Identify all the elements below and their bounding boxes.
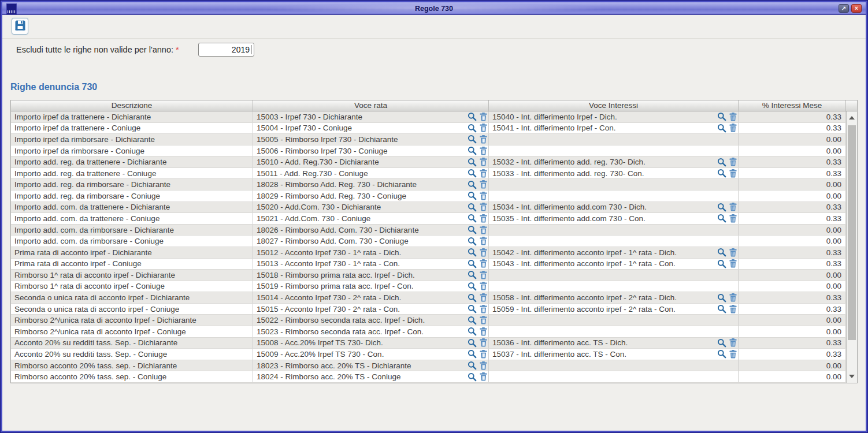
trash-icon[interactable]	[729, 113, 737, 121]
cell-perc-interessi: 0.33	[739, 111, 846, 122]
cell-descrizione: Importo add. reg. da trattenere - Dichia…	[11, 156, 253, 167]
trash-icon[interactable]	[480, 214, 487, 223]
search-icon[interactable]	[468, 259, 477, 268]
cell-text: 15058 - Int. differimento acconto irpef …	[492, 293, 717, 302]
save-button[interactable]	[12, 18, 28, 35]
trash-icon[interactable]	[480, 158, 487, 166]
search-icon[interactable]	[468, 372, 477, 382]
search-icon[interactable]	[468, 282, 477, 291]
table-row: Importo irpef da rimborsare - Coniuge 15…	[11, 145, 846, 157]
search-icon[interactable]	[468, 270, 477, 279]
search-icon[interactable]	[468, 304, 477, 313]
search-icon[interactable]	[717, 214, 726, 223]
trash-icon[interactable]	[480, 282, 487, 290]
trash-icon[interactable]	[480, 338, 487, 347]
search-icon[interactable]	[468, 191, 477, 200]
table-row: Importo irpef da rimborsare - Dichiarant…	[11, 134, 846, 145]
trash-icon[interactable]	[480, 361, 487, 370]
search-icon[interactable]	[468, 248, 477, 257]
trash-icon[interactable]	[480, 169, 487, 178]
trash-icon[interactable]	[480, 271, 487, 279]
trash-icon[interactable]	[480, 237, 487, 245]
search-icon[interactable]	[717, 349, 726, 359]
trash-icon[interactable]	[729, 124, 737, 132]
table-row: Rimborso 1^ rata di acconto irpef - Coni…	[11, 281, 846, 293]
trash-icon[interactable]	[480, 226, 487, 234]
cell-voce-interessi	[489, 134, 739, 145]
column-header-descrizione: Descrizione	[11, 100, 253, 111]
trash-icon[interactable]	[480, 124, 487, 132]
year-input[interactable]	[198, 43, 254, 57]
search-icon[interactable]	[717, 248, 726, 257]
search-icon[interactable]	[468, 327, 477, 336]
cell-voce-interessi	[489, 315, 739, 326]
search-icon[interactable]	[468, 146, 477, 155]
title-bar[interactable]: Regole 730 ↗ ×	[2, 2, 866, 15]
trash-icon[interactable]	[729, 158, 737, 166]
search-icon[interactable]	[717, 112, 726, 121]
trash-icon[interactable]	[480, 180, 487, 189]
search-icon[interactable]	[717, 124, 726, 133]
trash-icon[interactable]	[480, 248, 487, 257]
trash-icon[interactable]	[729, 259, 737, 268]
trash-icon[interactable]	[480, 316, 487, 324]
search-icon[interactable]	[468, 225, 477, 234]
search-icon[interactable]	[468, 316, 477, 325]
trash-icon[interactable]	[729, 214, 737, 223]
vertical-scrollbar[interactable]	[846, 111, 857, 383]
cell-voce-interessi: 15036 - Int. differimento acc. TS - Dich…	[489, 338, 739, 349]
search-icon[interactable]	[468, 338, 477, 348]
search-icon[interactable]	[468, 203, 477, 212]
trash-icon[interactable]	[480, 192, 487, 200]
cell-text: 0.00	[826, 237, 841, 245]
search-icon[interactable]	[468, 169, 477, 178]
cell-voce-interessi: 15058 - Int. differimento acconto irpef …	[489, 292, 739, 303]
search-icon[interactable]	[468, 124, 477, 133]
search-icon[interactable]	[717, 293, 726, 303]
scroll-down-arrow-icon[interactable]	[849, 375, 855, 378]
trash-icon[interactable]	[480, 305, 487, 313]
search-icon[interactable]	[717, 169, 726, 178]
search-icon[interactable]	[468, 112, 477, 121]
table-row: Importo add. reg. da rimborsare - Coniug…	[11, 191, 846, 202]
trash-icon[interactable]	[729, 169, 737, 178]
search-icon[interactable]	[468, 214, 477, 223]
trash-icon[interactable]	[729, 248, 737, 257]
trash-icon[interactable]	[729, 350, 737, 359]
trash-icon[interactable]	[480, 147, 487, 155]
search-icon[interactable]	[468, 158, 477, 167]
search-icon[interactable]	[468, 237, 477, 246]
search-icon[interactable]	[468, 361, 477, 370]
search-icon[interactable]	[717, 203, 726, 212]
cell-voce-interessi: 15037 - Int. differimento acc. TS - Con.	[489, 349, 739, 360]
maximize-button[interactable]: ↗	[839, 4, 849, 13]
search-icon[interactable]	[468, 135, 477, 144]
cell-voce-rata: 15004 - Irpef 730 - Coniuge	[253, 123, 489, 134]
scroll-up-arrow-icon[interactable]	[849, 116, 855, 120]
search-icon[interactable]	[717, 259, 726, 268]
scrollbar-thumb[interactable]	[848, 125, 856, 340]
trash-icon[interactable]	[480, 327, 487, 336]
search-icon[interactable]	[717, 158, 726, 167]
cell-voce-rata: 18023 - Rimborso acc. 20% TS - Dichiaran…	[253, 360, 489, 371]
trash-icon[interactable]	[729, 293, 737, 302]
dialog-window: Regole 730 ↗ × Escludi tutte le righe no…	[0, 0, 868, 433]
search-icon[interactable]	[468, 180, 477, 189]
trash-icon[interactable]	[480, 350, 487, 359]
trash-icon[interactable]	[480, 372, 487, 381]
trash-icon[interactable]	[480, 135, 487, 144]
trash-icon[interactable]	[480, 259, 487, 268]
trash-icon[interactable]	[729, 305, 737, 313]
trash-icon[interactable]	[480, 293, 487, 302]
search-icon[interactable]	[717, 338, 726, 348]
trash-icon[interactable]	[480, 203, 487, 211]
search-icon[interactable]	[468, 293, 477, 303]
trash-icon[interactable]	[729, 203, 737, 211]
search-icon[interactable]	[717, 304, 726, 313]
search-icon[interactable]	[468, 349, 477, 359]
cell-text: 18027 - Rimborso Add. Com. 730 - Coniuge	[257, 237, 468, 245]
trash-icon[interactable]	[480, 113, 487, 121]
trash-icon[interactable]	[729, 338, 737, 347]
close-button[interactable]: ×	[851, 4, 862, 13]
table-row: Rimborso 1^ rata di acconto irpef - Dich…	[11, 270, 846, 281]
